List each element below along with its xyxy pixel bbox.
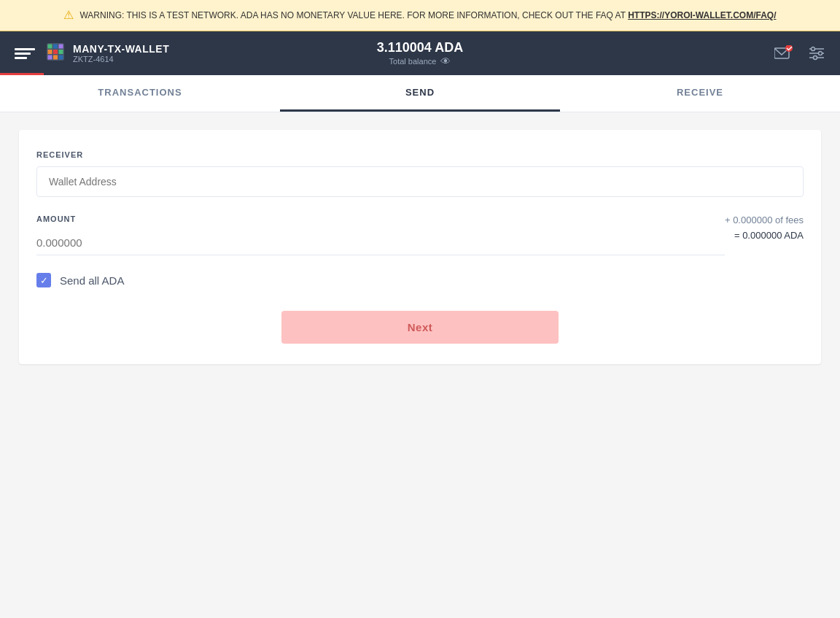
checkmark-icon: ✓ bbox=[40, 276, 48, 285]
amount-right: + 0.000000 of fees = 0.000000 ADA bbox=[725, 215, 804, 241]
next-button[interactable]: Next bbox=[281, 311, 559, 344]
svg-rect-2 bbox=[53, 45, 58, 49]
tab-send[interactable]: SEND bbox=[280, 75, 560, 112]
svg-point-13 bbox=[812, 47, 815, 51]
send-card: RECEIVER AMOUNT + 0.000000 of fees = 0.0… bbox=[19, 130, 821, 364]
wallet-name: MANY-TX-WALLET bbox=[73, 43, 169, 55]
amount-left: AMOUNT bbox=[36, 215, 725, 255]
balance-label: Total balance 👁 bbox=[377, 55, 463, 67]
tab-receive[interactable]: RECEIVE bbox=[560, 75, 840, 112]
amount-section: AMOUNT + 0.000000 of fees = 0.000000 ADA bbox=[36, 215, 804, 255]
settings-button[interactable] bbox=[805, 43, 828, 63]
svg-rect-6 bbox=[59, 50, 63, 54]
amount-label: AMOUNT bbox=[36, 215, 725, 223]
send-all-row: ✓ Send all ADA bbox=[36, 273, 804, 287]
active-wallet-indicator bbox=[0, 73, 44, 75]
warning-icon: ⚠ bbox=[63, 7, 74, 23]
warning-banner: ⚠ WARNING: THIS IS A TEST NETWORK. ADA H… bbox=[0, 0, 840, 31]
svg-rect-7 bbox=[48, 55, 52, 60]
wallet-id: ZKTZ-4614 bbox=[73, 55, 169, 63]
balance-amount: 3.110004 ADA bbox=[377, 40, 463, 55]
svg-rect-1 bbox=[48, 45, 52, 49]
tab-transactions[interactable]: TRANSACTIONS bbox=[0, 75, 280, 112]
warning-text: WARNING: THIS IS A TEST NETWORK. ADA HAS… bbox=[79, 9, 776, 22]
amount-row: AMOUNT + 0.000000 of fees = 0.000000 ADA bbox=[36, 215, 804, 255]
receiver-label: RECEIVER bbox=[36, 150, 804, 159]
svg-rect-5 bbox=[53, 50, 58, 54]
svg-rect-8 bbox=[53, 55, 58, 60]
send-all-label[interactable]: Send all ADA bbox=[60, 274, 124, 287]
balance-section: 3.110004 ADA Total balance 👁 bbox=[377, 40, 463, 67]
svg-point-17 bbox=[814, 56, 817, 60]
svg-point-15 bbox=[819, 52, 822, 55]
svg-rect-3 bbox=[59, 45, 63, 49]
warning-link[interactable]: HTTPS://YOROI-WALLET.COM/FAQ/ bbox=[628, 10, 776, 20]
svg-rect-9 bbox=[59, 55, 63, 60]
notifications-button[interactable] bbox=[771, 42, 796, 64]
send-all-checkbox[interactable]: ✓ bbox=[36, 273, 51, 287]
svg-rect-4 bbox=[48, 50, 52, 54]
main-content: RECEIVER AMOUNT + 0.000000 of fees = 0.0… bbox=[0, 112, 840, 382]
fees-text: + 0.000000 of fees bbox=[725, 215, 804, 225]
wallet-avatar bbox=[47, 43, 64, 63]
receiver-input[interactable] bbox=[36, 166, 804, 197]
amount-input[interactable] bbox=[36, 231, 725, 255]
navbar: MANY-TX-WALLET ZKTZ-4614 3.110004 ADA To… bbox=[0, 31, 840, 75]
total-text: = 0.000000 ADA bbox=[725, 230, 804, 241]
nav-actions bbox=[771, 42, 828, 64]
layers-icon[interactable] bbox=[12, 40, 38, 66]
toggle-balance-visibility-icon[interactable]: 👁 bbox=[440, 55, 451, 67]
wallet-info: MANY-TX-WALLET ZKTZ-4614 bbox=[73, 43, 169, 63]
tab-bar: TRANSACTIONS SEND RECEIVE bbox=[0, 75, 840, 112]
